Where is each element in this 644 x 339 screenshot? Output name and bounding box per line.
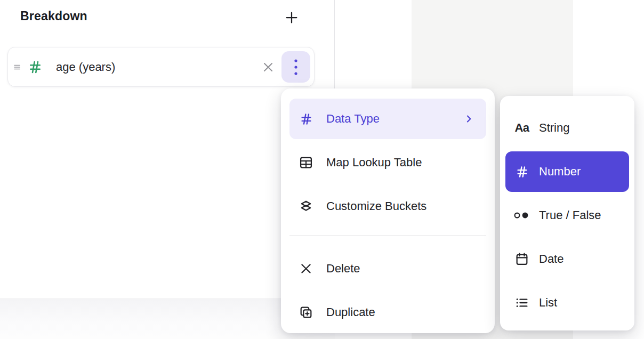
menu-item-label: Duplicate xyxy=(326,305,375,319)
menu-item-label: Customize Buckets xyxy=(326,199,426,213)
menu-item-label: Delete xyxy=(326,262,360,276)
submenu-item-date[interactable]: Date xyxy=(505,239,629,279)
hash-icon xyxy=(513,165,530,179)
menu-item-label: Map Lookup Table xyxy=(326,156,422,170)
menu-item-customize-buckets[interactable]: Customize Buckets xyxy=(289,186,486,227)
x-icon xyxy=(299,262,313,276)
menu-item-delete[interactable]: Delete xyxy=(289,248,486,289)
hash-icon xyxy=(299,112,313,126)
submenu-item-label: True / False xyxy=(539,208,601,222)
boolean-circles-icon xyxy=(513,212,530,219)
kebab-vertical-icon xyxy=(293,58,299,76)
calendar-icon xyxy=(513,252,530,267)
menu-divider xyxy=(289,235,486,236)
submenu-item-label: Number xyxy=(539,165,581,179)
add-breakdown-button[interactable] xyxy=(282,8,301,27)
menu-item-label: Data Type xyxy=(326,112,380,126)
breakdown-field-chip[interactable]: age (years) xyxy=(7,47,315,87)
menu-item-duplicate[interactable]: Duplicate xyxy=(289,292,486,333)
app-canvas: Breakdown age (years) xyxy=(0,0,644,339)
submenu-item-string[interactable]: Aa String xyxy=(505,108,629,148)
copy-plus-icon xyxy=(299,305,313,320)
x-icon xyxy=(261,60,275,74)
aa-icon: Aa xyxy=(513,121,530,135)
stack-icon xyxy=(299,199,313,214)
field-label: age (years) xyxy=(56,60,115,74)
submenu-item-list[interactable]: List xyxy=(505,282,629,323)
submenu-item-label: String xyxy=(539,121,569,135)
submenu-item-label: List xyxy=(539,296,557,310)
remove-field-button[interactable] xyxy=(259,58,277,76)
submenu-item-label: Date xyxy=(539,252,564,266)
chevron-right-icon xyxy=(463,114,474,124)
menu-item-map-lookup-table[interactable]: Map Lookup Table xyxy=(289,142,486,183)
drag-handle-icon[interactable] xyxy=(13,63,21,71)
data-type-submenu: Aa String Number True / False Date xyxy=(500,96,634,330)
table-icon xyxy=(299,155,313,170)
menu-item-data-type[interactable]: Data Type xyxy=(289,99,486,139)
hash-icon xyxy=(27,59,43,75)
field-context-menu: Data Type Map Lookup Table Customize Buc… xyxy=(281,88,495,333)
panel-title: Breakdown xyxy=(20,9,87,23)
submenu-item-true-false[interactable]: True / False xyxy=(505,195,629,236)
field-menu-button[interactable] xyxy=(281,51,310,83)
submenu-item-number[interactable]: Number xyxy=(505,151,629,192)
plus-icon xyxy=(284,10,300,26)
list-icon xyxy=(513,295,530,310)
